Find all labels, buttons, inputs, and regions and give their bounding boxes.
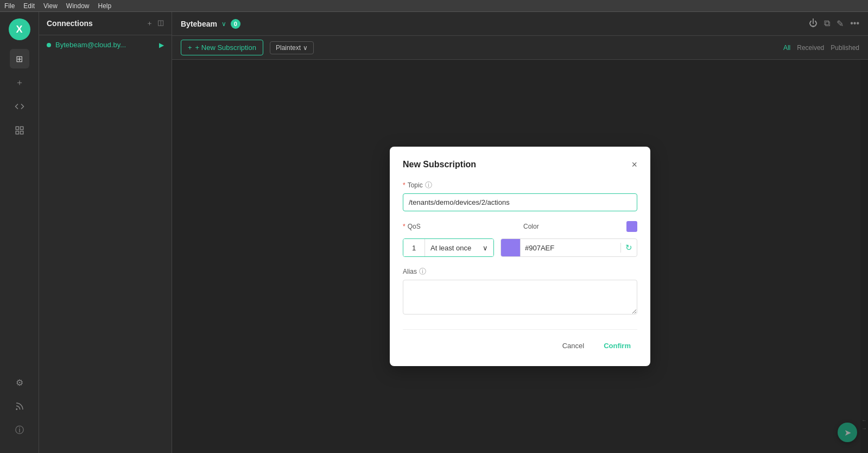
color-refresh-icon[interactable]: ↻ — [620, 243, 637, 253]
window-icon[interactable]: ⧉ — [824, 18, 830, 29]
alias-label: Alias ⓘ — [403, 267, 637, 276]
sidebar-icon-info[interactable]: ⓘ — [10, 420, 29, 440]
qos-dropdown-value: At least once — [430, 244, 471, 252]
toolbar-filter: All Received Published — [783, 44, 859, 52]
filter-received[interactable]: Received — [797, 44, 824, 52]
new-subscription-button[interactable]: + + New Subscription — [181, 40, 263, 55]
sidebar-icon-code[interactable] — [10, 97, 29, 116]
topbar-badge: 0 — [231, 19, 240, 29]
edit-icon[interactable]: ✎ — [837, 18, 844, 29]
color-label-text: Color — [523, 223, 539, 230]
sidebar-icon-rss[interactable] — [10, 397, 29, 416]
alias-info-icon[interactable]: ⓘ — [419, 267, 426, 276]
alias-form-group: Alias ⓘ — [403, 267, 637, 316]
connections-panel: Connections ＋ ◫ Bytebeam@cloud.by... ▶ — [39, 12, 172, 453]
app-layout: X ⊞ ＋ ⚙ ⓘ — [0, 12, 868, 453]
logo-letter: X — [16, 24, 22, 35]
topic-info-icon[interactable]: ⓘ — [425, 180, 432, 190]
dialog-title: New Subscription — [403, 160, 476, 169]
plaintext-chevron-icon: ∨ — [303, 44, 308, 52]
topic-label-text: Topic — [408, 181, 423, 189]
qos-label: * QoS — [403, 221, 517, 232]
menu-view[interactable]: View — [43, 2, 58, 10]
filter-all[interactable]: All — [783, 44, 790, 52]
menu-help[interactable]: Help — [98, 2, 112, 10]
qos-color-form-group: * QoS Color — [403, 221, 637, 257]
svg-rect-3 — [20, 131, 23, 134]
menu-edit[interactable]: Edit — [23, 2, 35, 10]
topbar-actions: ⏻ ⧉ ✎ ••• — [809, 18, 859, 29]
svg-rect-2 — [16, 131, 18, 134]
sidebar-icon-plus[interactable]: ＋ — [10, 73, 29, 92]
topic-required-marker: * — [403, 181, 406, 189]
qos-select-wrapper: At least once ∨ — [403, 238, 494, 257]
qos-dropdown[interactable]: At least once ∨ — [425, 239, 493, 256]
color-preview-swatch — [626, 221, 637, 232]
modal-overlay: New Subscription × * Topic ⓘ — [172, 60, 868, 453]
main-content: Bytebeam ∨ 0 ⏻ ⧉ ✎ ••• + + New Subscript… — [172, 12, 868, 453]
plaintext-button[interactable]: Plaintext ∨ — [270, 41, 314, 54]
filter-published[interactable]: Published — [831, 44, 859, 52]
connections-header-icons: ＋ ◫ — [146, 18, 164, 28]
content-area: New Subscription × * Topic ⓘ — [172, 60, 868, 453]
sidebar-icon-list[interactable] — [10, 121, 29, 140]
color-swatch[interactable] — [501, 238, 521, 257]
dialog-header: New Subscription × — [403, 160, 637, 169]
sidebar-icon-grid[interactable]: ⊞ — [10, 49, 29, 68]
qos-color-labels-row: * QoS Color — [403, 221, 637, 235]
menu-window[interactable]: Window — [66, 2, 90, 10]
confirm-button[interactable]: Confirm — [597, 338, 637, 353]
topic-input[interactable] — [403, 193, 637, 211]
new-sub-label: + New Subscription — [195, 43, 256, 52]
connections-header: Connections ＋ ◫ — [39, 12, 172, 35]
color-hex-input[interactable] — [521, 244, 620, 252]
connection-label: Bytebeam@cloud.by... — [55, 41, 126, 49]
svg-rect-1 — [20, 127, 23, 129]
app-logo[interactable]: X — [9, 18, 30, 40]
color-input-wrapper: ↻ — [500, 238, 637, 257]
sidebar-icon-settings[interactable]: ⚙ — [10, 373, 29, 392]
color-label-wrapper: Color — [523, 221, 637, 232]
power-icon[interactable]: ⏻ — [809, 18, 818, 29]
topic-label: * Topic ⓘ — [403, 180, 637, 190]
add-connection-icon[interactable]: ＋ — [146, 18, 153, 28]
new-subscription-dialog: New Subscription × * Topic ⓘ — [390, 147, 650, 366]
svg-rect-0 — [16, 127, 18, 129]
connection-arrow-icon: ▶ — [159, 41, 164, 49]
more-icon[interactable]: ••• — [850, 18, 859, 29]
topbar-title: Bytebeam — [181, 20, 217, 28]
split-view-icon[interactable]: ◫ — [157, 18, 164, 28]
alias-textarea[interactable] — [403, 280, 637, 314]
connection-item-bytebeam[interactable]: Bytebeam@cloud.by... ▶ — [39, 35, 172, 54]
plaintext-label: Plaintext — [276, 44, 301, 52]
topbar-chevron-icon[interactable]: ∨ — [221, 20, 226, 28]
qos-label-text: QoS — [408, 223, 421, 230]
topbar: Bytebeam ∨ 0 ⏻ ⧉ ✎ ••• — [172, 12, 868, 36]
menubar: File Edit View Window Help — [0, 0, 868, 12]
icon-sidebar: X ⊞ ＋ ⚙ ⓘ — [0, 12, 39, 453]
connections-title: Connections — [47, 19, 93, 28]
color-group: ↻ — [500, 238, 637, 257]
dialog-close-button[interactable]: × — [631, 160, 637, 169]
qos-dropdown-chevron-icon: ∨ — [483, 244, 488, 252]
qos-group: At least once ∨ — [403, 238, 494, 257]
new-sub-plus-icon: + — [188, 43, 192, 52]
svg-point-4 — [16, 409, 17, 410]
cancel-button[interactable]: Cancel — [556, 338, 591, 353]
dialog-footer: Cancel Confirm — [403, 329, 637, 353]
menu-file[interactable]: File — [4, 2, 15, 10]
toolbar: + + New Subscription Plaintext ∨ All Rec… — [172, 36, 868, 60]
qos-required-marker: * — [403, 223, 406, 230]
qos-number-input[interactable] — [403, 239, 425, 256]
qos-color-row: At least once ∨ ↻ — [403, 238, 637, 257]
topic-form-group: * Topic ⓘ — [403, 180, 637, 211]
sidebar-bottom: ⚙ ⓘ — [10, 373, 29, 446]
connection-status-dot — [47, 43, 51, 47]
alias-label-text: Alias — [403, 268, 417, 275]
